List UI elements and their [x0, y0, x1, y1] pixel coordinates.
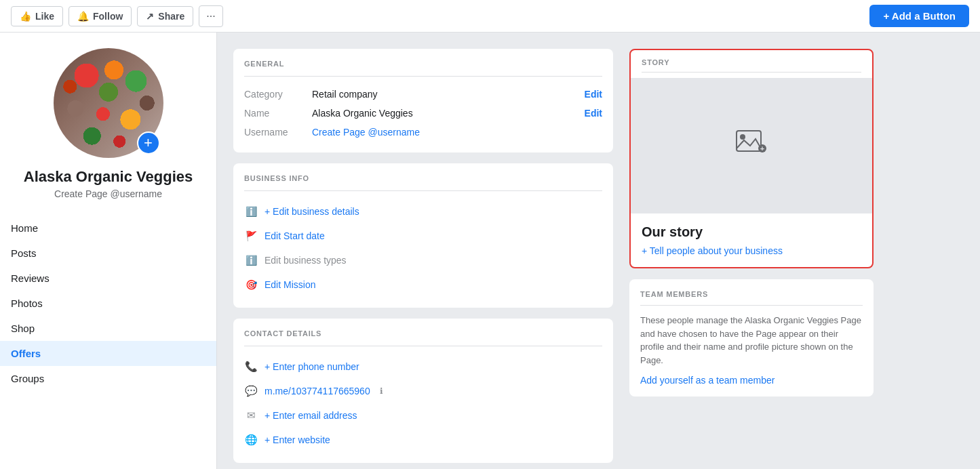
- email-row: ✉ + Enter email address: [244, 403, 602, 428]
- name-row: Name Alaska Organic Veggies Edit: [244, 104, 602, 123]
- category-label: Category: [244, 89, 312, 100]
- sidebar-item-label: Photos: [11, 298, 43, 309]
- like-button[interactable]: 👍 Like: [11, 6, 63, 26]
- more-button[interactable]: ···: [199, 5, 222, 27]
- main-layout: + Alaska Organic Veggies Create Page @us…: [0, 33, 980, 469]
- edit-types-label: Edit business types: [264, 255, 347, 266]
- profile-section: + Alaska Organic Veggies Create Page @us…: [0, 46, 216, 210]
- share-icon: ↗: [146, 11, 154, 22]
- website-icon: 🌐: [244, 433, 258, 447]
- add-button-label: + Add a Button: [883, 10, 956, 22]
- plus-icon: +: [144, 136, 153, 150]
- edit-mission-label: Edit Mission: [264, 279, 315, 290]
- sidebar-item-reviews[interactable]: Reviews: [0, 266, 216, 291]
- sidebar-item-label: Offers: [11, 348, 41, 359]
- contact-details-divider: [244, 346, 602, 346]
- name-value: Alaska Organic Veggies: [312, 108, 585, 119]
- username-label: Username: [244, 127, 312, 138]
- sidebar-item-label: Home: [11, 222, 38, 234]
- sidebar-item-groups[interactable]: Groups: [0, 366, 216, 391]
- general-title: GENERAL: [244, 60, 602, 68]
- add-button-cta[interactable]: + Add a Button: [869, 5, 969, 27]
- share-button[interactable]: ↗ Share: [137, 6, 193, 26]
- edit-mission-row[interactable]: 🎯 Edit Mission: [244, 272, 602, 297]
- team-members-title: TEAM MEMBERS: [640, 290, 863, 298]
- email-add[interactable]: + Enter email address: [264, 410, 357, 421]
- right-panel: STORY +: [629, 49, 874, 396]
- content-area: GENERAL Category Retail company Edit Nam…: [217, 33, 980, 469]
- name-edit[interactable]: Edit: [585, 108, 602, 119]
- category-value: Retail company: [312, 89, 585, 100]
- story-content-title: Our story: [642, 224, 861, 240]
- sidebar-item-label: Posts: [11, 247, 37, 259]
- sidebar-item-label: Reviews: [11, 272, 50, 284]
- center-panel: GENERAL Category Retail company Edit Nam…: [233, 49, 613, 469]
- category-edit[interactable]: Edit: [585, 89, 602, 100]
- story-divider: [642, 72, 861, 73]
- username-link[interactable]: Create Page @username: [312, 127, 420, 138]
- edit-startdate-row[interactable]: 🚩 Edit Start date: [244, 224, 602, 248]
- top-bar-actions: 👍 Like 🔔 Follow ↗ Share ···: [11, 5, 223, 27]
- story-content-link[interactable]: + Tell people about your business: [642, 245, 783, 256]
- more-icon: ···: [206, 10, 215, 22]
- story-image-icon: +: [735, 129, 768, 163]
- name-label: Name: [244, 108, 312, 119]
- team-members-section: TEAM MEMBERS These people manage the Ala…: [629, 279, 874, 396]
- category-row: Category Retail company Edit: [244, 85, 602, 104]
- share-label: Share: [158, 11, 184, 22]
- story-content: Our story + Tell people about your busin…: [631, 213, 872, 267]
- sidebar-item-shop[interactable]: Shop: [0, 316, 216, 341]
- contact-details-title: CONTACT DETAILS: [244, 329, 602, 338]
- username-row: Username Create Page @username: [244, 123, 602, 142]
- story-title: STORY: [642, 58, 861, 66]
- team-members-description: These people manage the Alaska Organic V…: [640, 314, 863, 367]
- page-name: Alaska Organic Veggies: [24, 168, 193, 186]
- phone-add[interactable]: + Enter phone number: [264, 361, 359, 372]
- add-photo-button[interactable]: +: [137, 131, 160, 155]
- follow-button[interactable]: 🔔 Follow: [68, 6, 132, 26]
- info-tooltip-icon[interactable]: ℹ: [380, 386, 383, 396]
- business-info-title: BUSINESS INFO: [244, 174, 602, 182]
- website-row: 🌐 + Enter website: [244, 428, 602, 452]
- follow-label: Follow: [93, 11, 123, 22]
- story-section: STORY +: [629, 49, 874, 268]
- sidebar: + Alaska Organic Veggies Create Page @us…: [0, 33, 217, 469]
- page-username[interactable]: Create Page @username: [54, 188, 162, 199]
- sidebar-item-posts[interactable]: Posts: [0, 241, 216, 266]
- story-image-area[interactable]: +: [631, 78, 872, 213]
- sidebar-item-home[interactable]: Home: [0, 216, 216, 241]
- flag-icon: 🚩: [244, 229, 258, 243]
- messenger-row: 💬 m.me/103774117665960 ℹ: [244, 379, 602, 403]
- edit-business-details-row[interactable]: ℹ️ + Edit business details: [244, 199, 602, 224]
- like-label: Like: [35, 11, 54, 22]
- team-members-divider: [640, 305, 863, 306]
- svg-point-1: [740, 134, 745, 140]
- add-team-member-link[interactable]: Add yourself as a team member: [640, 375, 775, 386]
- edit-startdate-label: Edit Start date: [264, 230, 325, 241]
- info2-icon: ℹ️: [244, 253, 258, 267]
- like-icon: 👍: [20, 11, 31, 22]
- avatar-wrapper: +: [52, 46, 165, 160]
- sidebar-item-photos[interactable]: Photos: [0, 291, 216, 316]
- edit-types-row: ℹ️ Edit business types: [244, 248, 602, 272]
- messenger-icon: 💬: [244, 384, 258, 398]
- phone-icon: 📞: [244, 360, 258, 373]
- edit-business-details-label: + Edit business details: [264, 206, 359, 217]
- contact-details-section: CONTACT DETAILS 📞 + Enter phone number 💬…: [233, 319, 613, 463]
- phone-row: 📞 + Enter phone number: [244, 354, 602, 379]
- general-divider: [244, 76, 602, 77]
- top-bar: 👍 Like 🔔 Follow ↗ Share ··· + Add a Butt…: [0, 0, 980, 33]
- info-icon: ℹ️: [244, 205, 258, 218]
- story-header: STORY: [631, 50, 872, 78]
- email-icon: ✉: [244, 409, 258, 422]
- general-section: GENERAL Category Retail company Edit Nam…: [233, 49, 613, 152]
- messenger-link[interactable]: m.me/103774117665960: [264, 386, 370, 396]
- sidebar-item-offers[interactable]: Offers: [0, 341, 216, 366]
- target-icon: 🎯: [244, 278, 258, 291]
- website-add[interactable]: + Enter website: [264, 434, 330, 445]
- sidebar-nav: Home Posts Reviews Photos Shop Offers Gr…: [0, 216, 216, 391]
- sidebar-item-label: Shop: [11, 323, 35, 334]
- business-info-section: BUSINESS INFO ℹ️ + Edit business details…: [233, 163, 613, 308]
- business-info-divider: [244, 190, 602, 191]
- follow-icon: 🔔: [77, 11, 89, 22]
